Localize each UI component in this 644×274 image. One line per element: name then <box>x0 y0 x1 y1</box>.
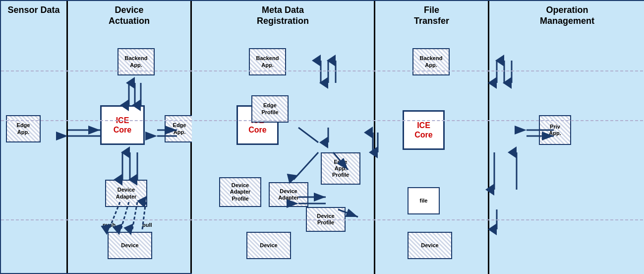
operation-column: OperationManagement PrivApp. <box>489 1 644 274</box>
actuation-device-adapter-box: DeviceAdapter <box>105 180 147 207</box>
meta-edge-app-profile-box: EdgeApp.Profile <box>321 152 360 185</box>
dashed-line-1 <box>1 70 643 71</box>
meta-device-adapter-box: DeviceAdapter <box>269 182 308 207</box>
meta-device-box: Device <box>246 232 291 259</box>
actuation-column: DeviceActuation BackendApp. ICECore Edge… <box>68 1 192 273</box>
sensor-edge-app-box: EdgeApp. <box>6 115 41 142</box>
filetransfer-header: FileTransfer <box>375 1 488 30</box>
file-box: file <box>408 187 440 214</box>
actuation-header: DeviceActuation <box>68 1 190 30</box>
dashed-line-2 <box>1 120 643 121</box>
operation-header: OperationManagement <box>489 1 644 30</box>
pull-label: pull <box>142 222 152 228</box>
main-diagram: Sensor Data EdgeApp. DeviceActuation Bac… <box>0 0 644 274</box>
file-ice-core-box: ICECore <box>403 110 445 150</box>
actuation-ice-label: ICECore <box>114 116 131 135</box>
op-priv-app-box: PrivApp. <box>539 115 571 145</box>
meta-device-adapter-profile-box: DeviceAdapterProfile <box>219 177 261 207</box>
filetransfer-column: FileTransfer BackendApp. ICECore file De… <box>375 1 489 274</box>
sensor-column: Sensor Data EdgeApp. <box>1 1 68 273</box>
actuation-ice-core-box: ICECore <box>100 105 145 145</box>
metadata-header: Meta DataRegistration <box>192 1 374 30</box>
push-label: push <box>103 222 116 228</box>
actuation-edge-app-box: EdgeApp. <box>165 115 194 142</box>
sensor-header: Sensor Data <box>1 1 66 20</box>
actuation-device-box: Device <box>108 232 152 259</box>
file-device-box: Device <box>408 232 452 259</box>
file-ice-label: ICECore <box>414 121 432 139</box>
dashed-line-3 <box>1 219 643 220</box>
meta-edge-profile-box: EdgeProfile <box>251 95 289 123</box>
metadata-column: Meta DataRegistration BackendApp. ICECor… <box>192 1 375 274</box>
